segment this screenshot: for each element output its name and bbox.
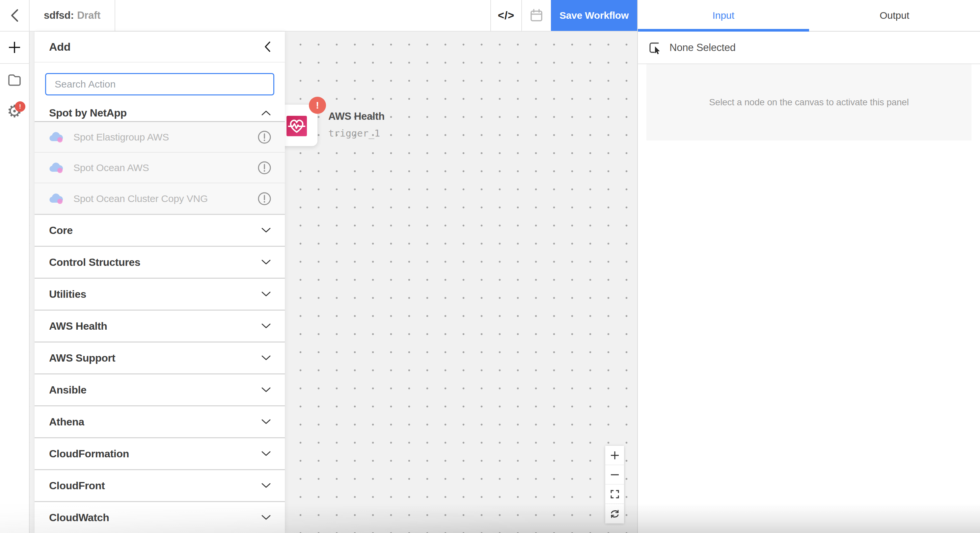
section-title: Athena — [49, 416, 84, 428]
plus-icon — [8, 41, 21, 54]
new-workflow-button[interactable] — [0, 32, 29, 63]
chevron-down-icon — [261, 291, 271, 297]
app-screen: sdfsd: Draft </> Save Workflow — [0, 0, 980, 533]
section-cloudformation[interactable]: CloudFormation — [35, 437, 285, 469]
section-cloudfront[interactable]: CloudFront — [35, 469, 285, 501]
calendar-icon — [529, 8, 544, 23]
chevron-down-icon — [261, 515, 271, 520]
inspector-panel: Input Output None Selected Select a node… — [637, 0, 980, 533]
add-panel-header: Add — [35, 32, 285, 62]
spot-cloud-icon — [49, 194, 64, 204]
list-item-spot-elastigroup-aws[interactable]: Spot Elastigroup AWS — [35, 122, 285, 153]
chevron-up-icon — [261, 110, 271, 116]
chevron-down-icon — [261, 483, 271, 489]
workspace: ⚙ ! Add Spot — [0, 32, 637, 533]
section-aws-health[interactable]: AWS Health — [35, 309, 285, 341]
topbar: sdfsd: Draft </> Save Workflow — [0, 0, 637, 32]
empty-state-hint: Select a node on the canvas to activate … — [709, 97, 908, 108]
canvas-zoom-controls — [605, 446, 624, 523]
chevron-down-icon — [261, 355, 271, 361]
cursor-select-icon — [648, 40, 662, 55]
section-title: Control Structures — [49, 256, 140, 268]
list-item-label: Spot Elastigroup AWS — [73, 132, 257, 143]
workflow-canvas[interactable]: Add Spot by NetApp — [30, 32, 637, 533]
section-title: AWS Health — [49, 320, 107, 332]
workflows-folder-button[interactable] — [0, 64, 29, 95]
section-title: Utilities — [49, 288, 86, 300]
node-error-badge: ! — [309, 97, 326, 114]
reset-view-button[interactable] — [605, 504, 624, 523]
list-item-label: Spot Ocean AWS — [73, 162, 257, 173]
topbar-spacer — [115, 0, 490, 31]
fit-view-button[interactable] — [605, 485, 624, 504]
node-title: AWS Health — [328, 111, 385, 122]
section-control-structures[interactable]: Control Structures — [35, 246, 285, 278]
folder-icon — [7, 73, 22, 86]
section-title: CloudFront — [49, 480, 105, 492]
collapse-panel-button[interactable] — [264, 41, 271, 52]
refresh-icon — [609, 509, 620, 519]
section-title: AWS Support — [49, 352, 115, 364]
section-spot-by-netapp[interactable]: Spot by NetApp — [35, 105, 285, 121]
spot-cloud-icon — [49, 132, 64, 143]
section-ansible[interactable]: Ansible — [35, 373, 285, 405]
workflow-title: sdfsd: Draft — [30, 0, 115, 31]
warning-circle-icon — [257, 160, 272, 175]
node-aws-health[interactable]: ! — [279, 105, 317, 146]
section-cloudwatch[interactable]: CloudWatch — [35, 501, 285, 533]
node-id: trigger_1 — [328, 128, 380, 139]
save-workflow-button[interactable]: Save Workflow — [551, 0, 637, 31]
section-title: Ansible — [49, 384, 86, 396]
section-utilities[interactable]: Utilities — [35, 278, 285, 309]
search-wrap — [35, 62, 285, 105]
section-title: CloudFormation — [49, 448, 129, 460]
spot-items-list: Spot Elastigroup AWS — [35, 121, 285, 214]
back-button[interactable] — [0, 0, 30, 31]
aws-health-heart-pulse-icon — [286, 116, 307, 136]
schedule-button[interactable] — [521, 0, 551, 31]
list-item-label: Spot Ocean Cluster Copy VNG — [73, 193, 257, 204]
workflow-name: sdfsd: — [44, 10, 74, 21]
chevron-down-icon — [261, 259, 271, 265]
empty-state-box: Select a node on the canvas to activate … — [646, 64, 971, 141]
selection-status-text: None Selected — [670, 42, 736, 54]
chevron-down-icon — [261, 227, 271, 233]
chevron-down-icon — [261, 451, 271, 457]
list-item-spot-ocean-aws[interactable]: Spot Ocean AWS — [35, 153, 285, 183]
selection-status-row: None Selected — [638, 32, 980, 64]
add-panel-title: Add — [49, 40, 70, 53]
spot-cloud-icon — [49, 163, 64, 173]
settings-button[interactable]: ⚙ ! — [0, 95, 29, 127]
inspector-tabs: Input Output — [638, 0, 980, 32]
tab-input[interactable]: Input — [638, 0, 809, 31]
minus-icon — [610, 470, 620, 480]
back-chevron-icon — [10, 9, 19, 22]
code-view-button[interactable]: </> — [490, 0, 521, 31]
chevron-down-icon — [261, 387, 271, 393]
workflow-status: Draft — [77, 10, 100, 21]
search-action-input[interactable] — [45, 73, 274, 95]
settings-alert-badge: ! — [15, 102, 25, 112]
plus-icon — [610, 451, 620, 460]
chevron-down-icon — [261, 323, 271, 329]
active-tab-underline — [638, 29, 809, 32]
add-actions-panel: Add Spot by NetApp — [35, 32, 285, 533]
warning-circle-icon — [257, 192, 272, 206]
icon-rail: ⚙ ! — [0, 32, 30, 533]
zoom-in-button[interactable] — [605, 446, 624, 465]
section-aws-support[interactable]: AWS Support — [35, 341, 285, 373]
warning-circle-icon — [257, 130, 272, 144]
chevron-left-icon — [264, 41, 271, 52]
section-title: Spot by NetApp — [49, 107, 127, 119]
list-item-spot-ocean-cluster-copy-vng[interactable]: Spot Ocean Cluster Copy VNG — [35, 183, 285, 214]
section-athena[interactable]: Athena — [35, 405, 285, 437]
tab-output[interactable]: Output — [809, 0, 980, 31]
left-column: sdfsd: Draft </> Save Workflow — [0, 0, 637, 533]
fullscreen-icon — [610, 489, 620, 499]
section-title: Core — [49, 224, 73, 236]
zoom-out-button[interactable] — [605, 465, 624, 485]
section-core[interactable]: Core — [35, 214, 285, 246]
section-title: CloudWatch — [49, 512, 109, 524]
chevron-down-icon — [261, 419, 271, 425]
